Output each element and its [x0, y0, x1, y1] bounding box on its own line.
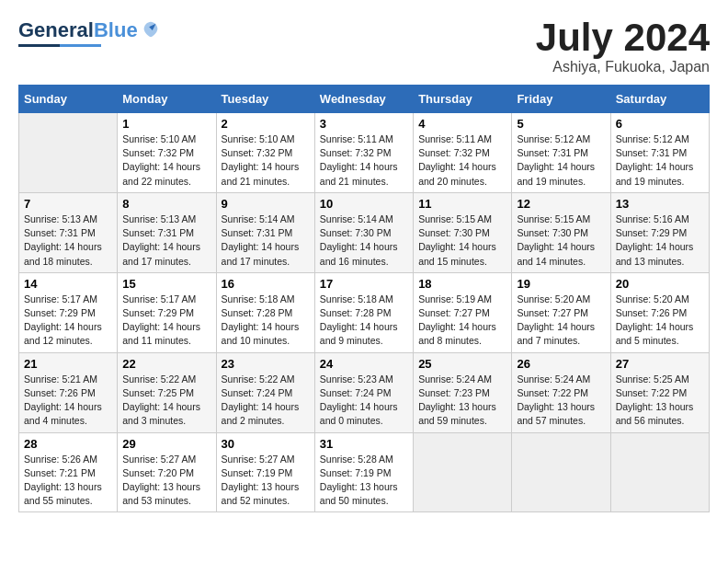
calendar-cell [414, 432, 512, 512]
calendar-cell: 29 Sunrise: 5:27 AMSunset: 7:20 PMDaylig… [118, 432, 216, 512]
logo: General Blue [18, 18, 161, 47]
calendar-cell [512, 432, 610, 512]
calendar-cell: 7 Sunrise: 5:13 AMSunset: 7:31 PMDayligh… [19, 192, 118, 272]
calendar-cell [610, 432, 709, 512]
day-number: 31 [320, 437, 408, 451]
day-number: 28 [24, 437, 112, 451]
day-number: 19 [517, 277, 605, 291]
day-info: Sunrise: 5:15 AMSunset: 7:30 PMDaylight:… [418, 213, 496, 267]
calendar-cell: 30 Sunrise: 5:27 AMSunset: 7:19 PMDaylig… [216, 432, 314, 512]
day-number: 25 [418, 357, 506, 371]
day-info: Sunrise: 5:11 AMSunset: 7:32 PMDaylight:… [418, 133, 496, 187]
day-number: 26 [517, 357, 605, 371]
calendar-cell: 27 Sunrise: 5:25 AMSunset: 7:22 PMDaylig… [610, 352, 709, 432]
calendar-cell: 3 Sunrise: 5:11 AMSunset: 7:32 PMDayligh… [314, 113, 413, 193]
calendar-cell: 23 Sunrise: 5:22 AMSunset: 7:24 PMDaylig… [216, 352, 314, 432]
day-number: 16 [222, 277, 310, 291]
calendar-cell: 16 Sunrise: 5:18 AMSunset: 7:28 PMDaylig… [216, 272, 314, 352]
calendar-cell: 12 Sunrise: 5:15 AMSunset: 7:30 PMDaylig… [512, 192, 610, 272]
day-info: Sunrise: 5:27 AMSunset: 7:20 PMDaylight:… [122, 454, 200, 507]
calendar-cell: 28 Sunrise: 5:26 AMSunset: 7:21 PMDaylig… [19, 432, 118, 512]
calendar-cell: 10 Sunrise: 5:14 AMSunset: 7:30 PMDaylig… [314, 192, 413, 272]
day-info: Sunrise: 5:20 AMSunset: 7:26 PMDaylight:… [616, 293, 694, 347]
calendar-cell: 22 Sunrise: 5:22 AMSunset: 7:25 PMDaylig… [118, 352, 216, 432]
day-number: 5 [517, 117, 605, 131]
col-friday: Friday [512, 86, 610, 113]
day-info: Sunrise: 5:14 AMSunset: 7:31 PMDaylight:… [222, 213, 300, 267]
day-info: Sunrise: 5:18 AMSunset: 7:28 PMDaylight:… [320, 293, 398, 347]
page-header: General Blue July 2024 Ashiya, Fukuoka, … [18, 18, 710, 75]
day-number: 10 [320, 197, 408, 211]
day-info: Sunrise: 5:13 AMSunset: 7:31 PMDaylight:… [122, 213, 200, 267]
calendar-week-3: 14 Sunrise: 5:17 AMSunset: 7:29 PMDaylig… [19, 272, 710, 352]
calendar-cell: 2 Sunrise: 5:10 AMSunset: 7:32 PMDayligh… [216, 113, 314, 193]
day-number: 6 [616, 117, 704, 131]
day-info: Sunrise: 5:12 AMSunset: 7:31 PMDaylight:… [517, 133, 595, 187]
day-info: Sunrise: 5:25 AMSunset: 7:22 PMDaylight:… [616, 373, 694, 427]
title-block: July 2024 Ashiya, Fukuoka, Japan [536, 18, 710, 75]
calendar-cell: 24 Sunrise: 5:23 AMSunset: 7:24 PMDaylig… [314, 352, 413, 432]
day-info: Sunrise: 5:10 AMSunset: 7:32 PMDaylight:… [122, 133, 200, 187]
day-number: 1 [122, 117, 210, 131]
header-row: Sunday Monday Tuesday Wednesday Thursday… [19, 86, 710, 113]
logo-divider [18, 44, 101, 47]
col-sunday: Sunday [19, 86, 118, 113]
calendar-week-2: 7 Sunrise: 5:13 AMSunset: 7:31 PMDayligh… [19, 192, 710, 272]
col-thursday: Thursday [414, 86, 512, 113]
calendar-cell [19, 113, 118, 193]
day-number: 2 [222, 117, 310, 131]
col-tuesday: Tuesday [216, 86, 314, 113]
day-number: 22 [122, 357, 210, 371]
calendar-cell: 15 Sunrise: 5:17 AMSunset: 7:29 PMDaylig… [118, 272, 216, 352]
day-number: 7 [24, 197, 112, 211]
col-saturday: Saturday [610, 86, 709, 113]
day-number: 15 [122, 277, 210, 291]
calendar-cell: 17 Sunrise: 5:18 AMSunset: 7:28 PMDaylig… [314, 272, 413, 352]
day-number: 29 [122, 437, 210, 451]
month-title: July 2024 [536, 18, 710, 57]
day-number: 21 [24, 357, 112, 371]
day-number: 24 [320, 357, 408, 371]
calendar-cell: 6 Sunrise: 5:12 AMSunset: 7:31 PMDayligh… [610, 113, 709, 193]
day-number: 9 [222, 197, 310, 211]
day-info: Sunrise: 5:10 AMSunset: 7:32 PMDaylight:… [222, 133, 300, 187]
day-number: 8 [122, 197, 210, 211]
col-wednesday: Wednesday [314, 86, 413, 113]
day-info: Sunrise: 5:20 AMSunset: 7:27 PMDaylight:… [517, 293, 595, 347]
day-number: 3 [320, 117, 408, 131]
day-info: Sunrise: 5:22 AMSunset: 7:25 PMDaylight:… [122, 373, 200, 427]
calendar-week-5: 28 Sunrise: 5:26 AMSunset: 7:21 PMDaylig… [19, 432, 710, 512]
day-info: Sunrise: 5:14 AMSunset: 7:30 PMDaylight:… [320, 213, 398, 267]
day-number: 12 [517, 197, 605, 211]
day-info: Sunrise: 5:15 AMSunset: 7:30 PMDaylight:… [517, 213, 595, 267]
calendar-cell: 13 Sunrise: 5:16 AMSunset: 7:29 PMDaylig… [610, 192, 709, 272]
calendar-cell: 25 Sunrise: 5:24 AMSunset: 7:23 PMDaylig… [414, 352, 512, 432]
day-info: Sunrise: 5:11 AMSunset: 7:32 PMDaylight:… [320, 133, 398, 187]
day-info: Sunrise: 5:12 AMSunset: 7:31 PMDaylight:… [616, 133, 694, 187]
day-info: Sunrise: 5:27 AMSunset: 7:19 PMDaylight:… [222, 454, 300, 507]
logo-general: General [18, 18, 94, 42]
day-info: Sunrise: 5:26 AMSunset: 7:21 PMDaylight:… [24, 454, 102, 507]
day-number: 30 [222, 437, 310, 451]
calendar-cell: 21 Sunrise: 5:21 AMSunset: 7:26 PMDaylig… [19, 352, 118, 432]
calendar-week-1: 1 Sunrise: 5:10 AMSunset: 7:32 PMDayligh… [19, 113, 710, 193]
day-number: 13 [616, 197, 704, 211]
calendar-cell: 1 Sunrise: 5:10 AMSunset: 7:32 PMDayligh… [118, 113, 216, 193]
day-number: 17 [320, 277, 408, 291]
calendar-cell: 9 Sunrise: 5:14 AMSunset: 7:31 PMDayligh… [216, 192, 314, 272]
day-number: 14 [24, 277, 112, 291]
day-info: Sunrise: 5:28 AMSunset: 7:19 PMDaylight:… [320, 454, 398, 507]
day-info: Sunrise: 5:18 AMSunset: 7:28 PMDaylight:… [222, 293, 300, 347]
calendar-cell: 8 Sunrise: 5:13 AMSunset: 7:31 PMDayligh… [118, 192, 216, 272]
calendar-cell: 20 Sunrise: 5:20 AMSunset: 7:26 PMDaylig… [610, 272, 709, 352]
day-info: Sunrise: 5:24 AMSunset: 7:23 PMDaylight:… [418, 373, 496, 427]
calendar-cell: 26 Sunrise: 5:24 AMSunset: 7:22 PMDaylig… [512, 352, 610, 432]
day-number: 4 [418, 117, 506, 131]
calendar-cell: 19 Sunrise: 5:20 AMSunset: 7:27 PMDaylig… [512, 272, 610, 352]
day-number: 11 [418, 197, 506, 211]
calendar-cell: 11 Sunrise: 5:15 AMSunset: 7:30 PMDaylig… [414, 192, 512, 272]
logo-blue: Blue [94, 18, 138, 42]
day-info: Sunrise: 5:17 AMSunset: 7:29 PMDaylight:… [24, 293, 102, 347]
day-info: Sunrise: 5:21 AMSunset: 7:26 PMDaylight:… [24, 373, 102, 427]
day-info: Sunrise: 5:13 AMSunset: 7:31 PMDaylight:… [24, 213, 102, 267]
